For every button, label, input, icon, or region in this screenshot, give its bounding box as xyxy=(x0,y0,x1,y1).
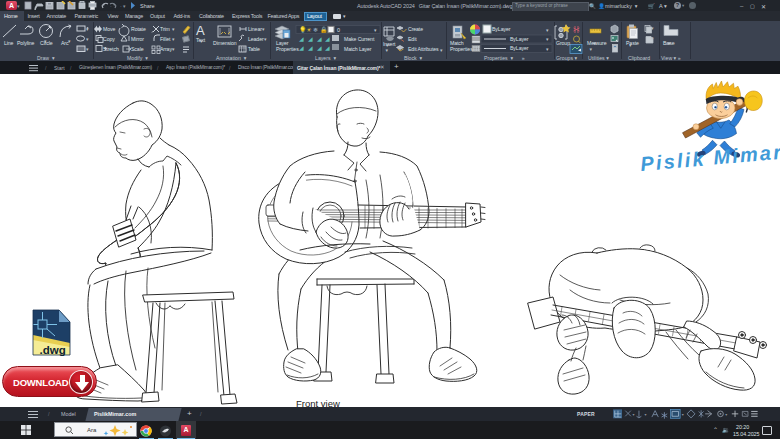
svg-text:▾: ▾ xyxy=(86,36,89,42)
svg-text:▾: ▾ xyxy=(546,27,549,33)
svg-text:▾: ▾ xyxy=(645,412,647,417)
svg-text:▾: ▾ xyxy=(633,412,635,417)
svg-text:◢: ◢ xyxy=(317,36,322,42)
svg-text:❄: ❄ xyxy=(313,27,318,33)
svg-text:▾: ▾ xyxy=(172,26,175,32)
svg-text:▾: ▾ xyxy=(682,412,684,417)
svg-text:▾: ▾ xyxy=(651,35,654,41)
svg-text:A: A xyxy=(196,23,205,38)
svg-text:🔒: 🔒 xyxy=(320,26,328,34)
svg-text:·: · xyxy=(110,3,112,9)
svg-text:▾: ▾ xyxy=(172,46,175,52)
svg-text:▾: ▾ xyxy=(651,25,654,31)
svg-text:▾: ▾ xyxy=(725,412,727,417)
svg-text:▾: ▾ xyxy=(264,36,267,42)
svg-text:▾: ▾ xyxy=(440,47,443,53)
svg-text:◢: ◢ xyxy=(308,45,313,51)
svg-text:◢: ◢ xyxy=(299,36,304,42)
svg-text:▾: ▾ xyxy=(172,36,175,42)
svg-text:◢: ◢ xyxy=(325,45,330,51)
svg-text:▾: ▾ xyxy=(86,26,89,32)
svg-text:◢: ◢ xyxy=(317,45,322,51)
svg-text:◢: ◢ xyxy=(299,45,304,51)
svg-text:▾: ▾ xyxy=(86,46,89,52)
svg-text:· ▾: · ▾ xyxy=(120,3,126,9)
svg-text:Front view: Front view xyxy=(296,398,340,407)
svg-text:◢: ◢ xyxy=(325,36,330,42)
svg-text:◢: ◢ xyxy=(308,36,313,42)
svg-text:▾: ▾ xyxy=(262,26,265,32)
svg-text:0: 0 xyxy=(337,27,340,33)
svg-text:☀: ☀ xyxy=(306,27,312,33)
svg-text:.dwg: .dwg xyxy=(40,344,66,356)
